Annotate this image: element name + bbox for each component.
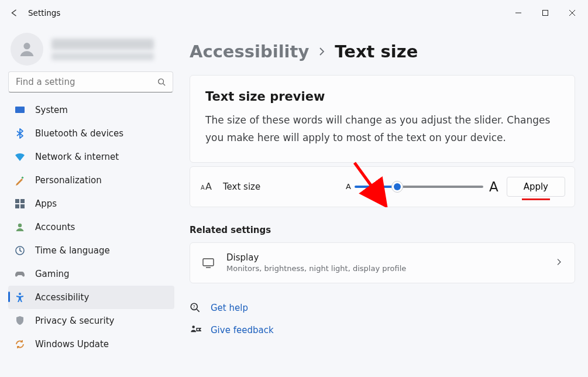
personalization-icon [14, 174, 26, 186]
text-size-label: Text size [223, 181, 260, 192]
maximize-button[interactable] [532, 1, 559, 25]
get-help-text: Get help [211, 303, 248, 313]
windows-update-icon [14, 338, 26, 350]
apps-icon [14, 198, 26, 210]
svg-point-16 [19, 293, 21, 295]
sidebar-item-personalization[interactable]: Personalization [8, 169, 174, 192]
network-icon [14, 151, 26, 163]
avatar [11, 33, 43, 66]
preview-card: Text size preview The size of these word… [190, 75, 575, 163]
annotation-underline [522, 198, 550, 200]
text-size-icon: AA [201, 180, 214, 193]
preview-body: The size of these words will change as y… [205, 112, 559, 147]
search-container [8, 71, 174, 92]
sidebar-item-label: Accounts [35, 222, 75, 232]
sidebar-item-accounts[interactable]: Accounts [8, 215, 174, 239]
svg-rect-9 [21, 176, 23, 179]
profile-email-redacted [51, 53, 154, 60]
text-size-slider[interactable] [355, 181, 483, 193]
slider-thumb[interactable] [391, 181, 403, 193]
svg-point-24 [192, 325, 194, 328]
svg-rect-19 [203, 259, 214, 266]
svg-point-4 [23, 43, 30, 49]
profile-name-redacted [51, 39, 154, 50]
sidebar-item-label: Time & language [35, 245, 110, 256]
accounts-icon [14, 221, 26, 233]
gaming-icon [14, 268, 26, 280]
sidebar-item-accessibility[interactable]: Accessibility [8, 286, 174, 309]
search-icon [157, 77, 166, 87]
related-heading: Related settings [190, 225, 575, 235]
sidebar-item-label: Network & internet [35, 152, 119, 162]
sidebar-item-gaming[interactable]: Gaming [8, 262, 174, 286]
slider-small-a: A [346, 182, 351, 191]
system-icon [14, 104, 26, 116]
minimize-button[interactable] [505, 1, 532, 25]
sidebar-item-bluetooth[interactable]: Bluetooth & devices [8, 122, 174, 145]
svg-text:?: ? [193, 304, 195, 310]
preview-title: Text size preview [205, 90, 559, 104]
apply-button[interactable]: Apply [507, 177, 565, 197]
svg-text:A: A [205, 181, 212, 192]
svg-rect-13 [20, 204, 25, 208]
chevron-right-icon [317, 47, 326, 56]
get-help-link[interactable]: ? Get help [190, 300, 575, 316]
chevron-right-icon [555, 257, 563, 268]
svg-line-22 [197, 309, 199, 311]
svg-rect-1 [543, 11, 548, 16]
give-feedback-text: Give feedback [211, 325, 274, 335]
sidebar-item-label: System [35, 105, 68, 115]
back-button[interactable] [2, 1, 26, 25]
accessibility-icon [14, 292, 26, 303]
breadcrumb: Accessibility Text size [190, 39, 575, 64]
privacy-icon [14, 315, 26, 327]
search-input[interactable] [8, 71, 173, 92]
sidebar-item-windows-update[interactable]: Windows Update [8, 333, 174, 356]
give-feedback-link[interactable]: Give feedback [190, 322, 575, 338]
app-title: Settings [28, 8, 60, 18]
sidebar-item-apps[interactable]: Apps [8, 192, 174, 215]
svg-rect-10 [15, 199, 19, 203]
sidebar-item-label: Personalization [35, 175, 102, 186]
sidebar-item-label: Gaming [35, 269, 70, 279]
related-display-subtitle: Monitors, brightness, night light, displ… [226, 264, 555, 273]
sidebar-item-label: Windows Update [35, 339, 109, 349]
slider-big-a: A [489, 179, 498, 194]
sidebar-item-system[interactable]: System [8, 98, 174, 122]
profile-block[interactable] [8, 28, 174, 70]
time-language-icon [14, 245, 26, 256]
svg-point-14 [18, 224, 22, 227]
sidebar-item-label: Privacy & security [35, 316, 114, 326]
related-display[interactable]: Display Monitors, brightness, night ligh… [190, 242, 575, 283]
display-icon [202, 256, 215, 269]
svg-rect-12 [15, 204, 19, 208]
sidebar-item-label: Accessibility [35, 292, 89, 303]
help-icon: ? [190, 302, 201, 314]
text-size-row: AA Text size A A Apply [190, 166, 575, 207]
bluetooth-icon [14, 128, 26, 139]
related-display-title: Display [226, 252, 555, 263]
svg-rect-7 [15, 107, 25, 113]
sidebar-item-label: Apps [35, 198, 57, 209]
sidebar-item-time-language[interactable]: Time & language [8, 239, 174, 262]
svg-point-5 [159, 79, 164, 84]
sidebar-item-label: Bluetooth & devices [35, 128, 123, 139]
close-button[interactable] [559, 1, 586, 25]
feedback-icon [190, 324, 201, 336]
sidebar-item-network[interactable]: Network & internet [8, 145, 174, 169]
sidebar-item-privacy[interactable]: Privacy & security [8, 309, 174, 333]
breadcrumb-parent[interactable]: Accessibility [190, 42, 309, 61]
breadcrumb-current: Text size [335, 42, 418, 61]
svg-rect-11 [20, 199, 25, 203]
svg-line-6 [163, 84, 166, 86]
svg-text:A: A [201, 184, 205, 191]
